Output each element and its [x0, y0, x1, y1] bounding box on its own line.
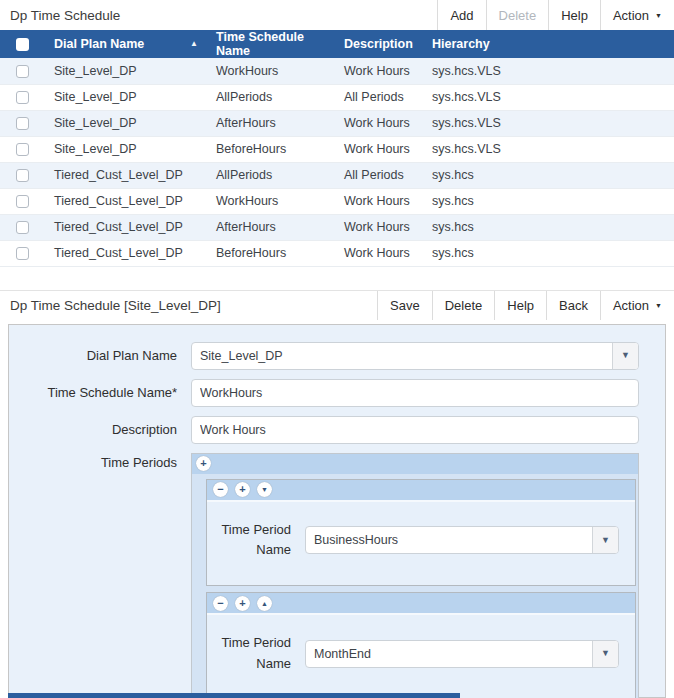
cell-description: Work Hours [334, 240, 422, 266]
arrow-down-icon: ▼ [261, 486, 268, 493]
add-time-period-button[interactable]: + [196, 456, 211, 471]
time-period-name-selected-value: MonthEnd [306, 641, 592, 667]
plus-icon: + [239, 598, 245, 609]
column-header-dial-plan[interactable]: Dial Plan Name ▲ [44, 30, 206, 58]
column-header-hierarchy[interactable]: Hierarchy [422, 30, 674, 58]
form-row-dial-plan-name: Dial Plan Name Site_Level_DP ▼ [9, 342, 639, 370]
description-input[interactable] [191, 416, 639, 444]
sort-ascending-icon: ▲ [190, 40, 198, 48]
cell-dial-plan: Tiered_Cust_Level_DP [44, 162, 206, 188]
column-header-description[interactable]: Description [334, 30, 422, 58]
time-period-group-body: Time Period Name BusinessHours ▼ [207, 502, 635, 586]
add-time-period-button[interactable]: + [235, 482, 250, 497]
cell-hierarchy: sys.hcs.VLS [422, 84, 674, 110]
cell-dial-plan: Tiered_Cust_Level_DP [44, 188, 206, 214]
cell-hierarchy: sys.hcs.VLS [422, 136, 674, 162]
cell-description: All Periods [334, 162, 422, 188]
time-period-name-select[interactable]: MonthEnd ▼ [305, 640, 619, 668]
form-row-time-schedule-name: Time Schedule Name* [9, 379, 639, 407]
help-button[interactable]: Help [548, 0, 600, 30]
row-checkbox[interactable] [16, 169, 29, 182]
remove-time-period-button[interactable]: − [213, 482, 228, 497]
time-period-name-label: Time Period Name [215, 633, 291, 675]
dropdown-arrow-button[interactable]: ▼ [612, 343, 638, 369]
dial-plan-name-select[interactable]: Site_Level_DP ▼ [191, 342, 639, 370]
add-button[interactable]: Add [437, 0, 485, 30]
delete-button-label: Delete [499, 8, 537, 23]
time-schedule-name-label: Time Schedule Name* [9, 385, 177, 400]
row-checkbox[interactable] [16, 143, 29, 156]
table-row[interactable]: Site_Level_DP BeforeHours Work Hours sys… [0, 136, 674, 162]
row-checkbox[interactable] [16, 247, 29, 260]
row-checkbox[interactable] [16, 221, 29, 234]
cell-hierarchy: sys.hcs.VLS [422, 58, 674, 84]
row-checkbox[interactable] [16, 91, 29, 104]
cell-schedule: BeforeHours [206, 136, 334, 162]
row-checkbox[interactable] [16, 117, 29, 130]
select-all-checkbox[interactable] [16, 38, 29, 51]
list-panel-header: Dp Time Schedule Add Delete Help Action … [0, 0, 674, 30]
save-button-label: Save [390, 298, 420, 313]
save-button[interactable]: Save [377, 291, 432, 320]
action-button-label: Action [613, 298, 649, 313]
cell-hierarchy: sys.hcs [422, 162, 674, 188]
remove-time-period-button[interactable]: − [213, 596, 228, 611]
cell-schedule: WorkHours [206, 188, 334, 214]
add-time-period-button[interactable]: + [235, 596, 250, 611]
cell-description: Work Hours [334, 188, 422, 214]
column-header-schedule[interactable]: Time Schedule Name [206, 30, 334, 58]
table-row[interactable]: Site_Level_DP AfterHours Work Hours sys.… [0, 110, 674, 136]
caret-down-icon: ▼ [655, 12, 662, 19]
time-schedule-name-input[interactable] [191, 379, 639, 407]
time-period-group: − + ▲ Time Period Name [206, 592, 636, 698]
dial-plan-name-label: Dial Plan Name [9, 348, 177, 363]
time-period-group: − + ▼ Time Period Name [206, 479, 636, 587]
row-checkbox[interactable] [16, 65, 29, 78]
cell-dial-plan: Site_Level_DP [44, 110, 206, 136]
delete-button[interactable]: Delete [432, 291, 495, 320]
table-header-row: Dial Plan Name ▲ Time Schedule Name Desc… [0, 30, 674, 58]
time-period-group-body: Time Period Name MonthEnd ▼ [207, 615, 635, 698]
row-checkbox[interactable] [16, 195, 29, 208]
column-label-schedule: Time Schedule Name [216, 30, 304, 58]
list-panel-toolbar: Add Delete Help Action ▼ [437, 0, 674, 30]
add-button-label: Add [450, 8, 473, 23]
move-time-period-up-button[interactable]: ▲ [257, 596, 272, 611]
cell-schedule: WorkHours [206, 58, 334, 84]
column-label-description: Description [344, 37, 413, 51]
help-button-label: Help [561, 8, 588, 23]
dp-time-schedule-list-panel: Dp Time Schedule Add Delete Help Action … [0, 0, 674, 267]
column-label-dial-plan: Dial Plan Name [54, 37, 144, 51]
table-row[interactable]: Tiered_Cust_Level_DP BeforeHours Work Ho… [0, 240, 674, 266]
back-button[interactable]: Back [546, 291, 600, 320]
action-button-label: Action [613, 8, 649, 23]
table-row[interactable]: Tiered_Cust_Level_DP WorkHours Work Hour… [0, 188, 674, 214]
time-period-group-header: − + ▼ [207, 480, 635, 502]
time-period-name-select[interactable]: BusinessHours ▼ [305, 526, 619, 554]
cell-schedule: AllPeriods [206, 162, 334, 188]
table-row[interactable]: Tiered_Cust_Level_DP AfterHours Work Hou… [0, 214, 674, 240]
move-time-period-down-button[interactable]: ▼ [257, 482, 272, 497]
plus-icon: + [239, 484, 245, 495]
cell-dial-plan: Tiered_Cust_Level_DP [44, 214, 206, 240]
minus-icon: − [217, 598, 223, 609]
table-row[interactable]: Site_Level_DP WorkHours Work Hours sys.h… [0, 58, 674, 84]
list-panel-title: Dp Time Schedule [10, 8, 120, 23]
edit-form: Dial Plan Name Site_Level_DP ▼ Time Sche… [8, 324, 666, 698]
cell-description: Work Hours [334, 136, 422, 162]
detail-panel-toolbar: Save Delete Help Back Action ▼ [377, 291, 674, 320]
cell-hierarchy: sys.hcs [422, 214, 674, 240]
dropdown-arrow-button[interactable]: ▼ [592, 641, 618, 667]
action-menu-button[interactable]: Action ▼ [600, 0, 674, 30]
detail-panel-header: Dp Time Schedule [Site_Level_DP] Save De… [0, 290, 674, 320]
cell-schedule: AllPeriods [206, 84, 334, 110]
table-row[interactable]: Tiered_Cust_Level_DP AllPeriods All Peri… [0, 162, 674, 188]
action-menu-button[interactable]: Action ▼ [600, 291, 674, 320]
cell-hierarchy: sys.hcs.VLS [422, 110, 674, 136]
cell-hierarchy: sys.hcs [422, 240, 674, 266]
cell-schedule: AfterHours [206, 110, 334, 136]
dropdown-arrow-button[interactable]: ▼ [592, 527, 618, 553]
table-row[interactable]: Site_Level_DP AllPeriods All Periods sys… [0, 84, 674, 110]
help-button[interactable]: Help [494, 291, 546, 320]
description-label: Description [9, 422, 177, 437]
